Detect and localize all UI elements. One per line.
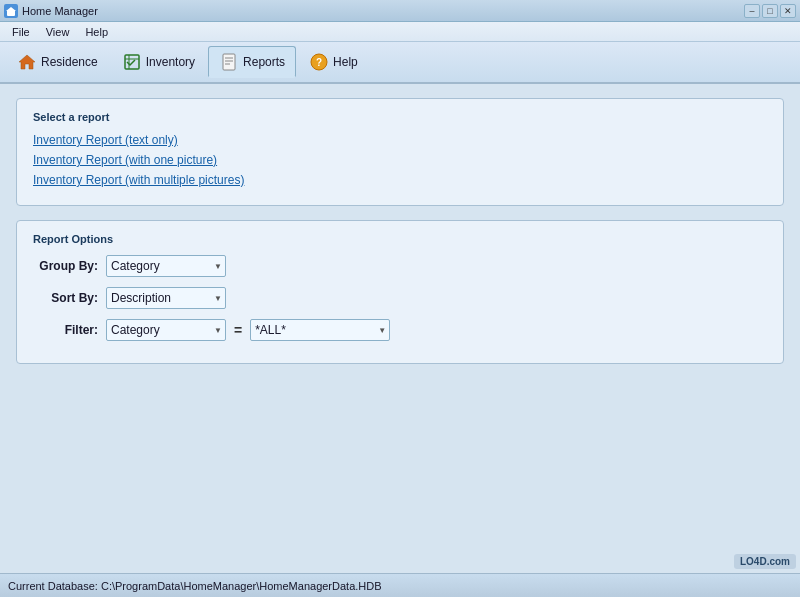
filter-label: Filter: bbox=[33, 323, 98, 337]
title-bar-left: Home Manager bbox=[4, 4, 98, 18]
report-options-title: Report Options bbox=[33, 233, 767, 245]
toolbar-help[interactable]: ? Help bbox=[298, 46, 369, 78]
status-text: Current Database: C:\ProgramData\HomeMan… bbox=[8, 580, 382, 592]
equals-sign: = bbox=[234, 322, 242, 338]
toolbar-reports[interactable]: Reports bbox=[208, 46, 296, 78]
toolbar-residence[interactable]: Residence bbox=[6, 46, 109, 78]
help-icon: ? bbox=[309, 52, 329, 72]
svg-rect-6 bbox=[223, 54, 235, 70]
watermark-text: LO4D.com bbox=[740, 556, 790, 567]
select-report-title: Select a report bbox=[33, 111, 767, 123]
group-by-row: Group By: Category Room Description bbox=[33, 255, 767, 277]
svg-text:?: ? bbox=[316, 57, 322, 68]
menu-bar: File View Help bbox=[0, 22, 800, 42]
minimize-button[interactable]: – bbox=[744, 4, 760, 18]
report-multiple-pictures-link[interactable]: Inventory Report (with multiple pictures… bbox=[33, 173, 767, 187]
filter-category-select[interactable]: Category Room Description bbox=[106, 319, 226, 341]
menu-file[interactable]: File bbox=[4, 24, 38, 40]
close-button[interactable]: ✕ bbox=[780, 4, 796, 18]
sort-by-row: Sort By: Description Category Room Value bbox=[33, 287, 767, 309]
group-by-wrapper: Category Room Description bbox=[106, 255, 226, 277]
report-text-only-link[interactable]: Inventory Report (text only) bbox=[33, 133, 767, 147]
app-icon bbox=[4, 4, 18, 18]
svg-marker-2 bbox=[19, 55, 35, 69]
report-one-picture-link[interactable]: Inventory Report (with one picture) bbox=[33, 153, 767, 167]
toolbar-reports-label: Reports bbox=[243, 55, 285, 69]
inventory-icon bbox=[122, 52, 142, 72]
status-bar: Current Database: C:\ProgramData\HomeMan… bbox=[0, 573, 800, 597]
main-content: Select a report Inventory Report (text o… bbox=[0, 84, 800, 573]
sort-by-wrapper: Description Category Room Value bbox=[106, 287, 226, 309]
group-by-label: Group By: bbox=[33, 259, 98, 273]
toolbar-inventory-label: Inventory bbox=[146, 55, 195, 69]
menu-help[interactable]: Help bbox=[77, 24, 116, 40]
filter-category-wrapper: Category Room Description bbox=[106, 319, 226, 341]
report-options-panel: Report Options Group By: Category Room D… bbox=[16, 220, 784, 364]
sort-by-select[interactable]: Description Category Room Value bbox=[106, 287, 226, 309]
filter-value-select[interactable]: *ALL* Electronics Furniture Appliances bbox=[250, 319, 390, 341]
maximize-button[interactable]: □ bbox=[762, 4, 778, 18]
sort-by-label: Sort By: bbox=[33, 291, 98, 305]
select-report-panel: Select a report Inventory Report (text o… bbox=[16, 98, 784, 206]
reports-icon bbox=[219, 52, 239, 72]
filter-row: Filter: Category Room Description = *ALL… bbox=[33, 319, 767, 341]
window-title: Home Manager bbox=[22, 5, 98, 17]
toolbar-inventory[interactable]: Inventory bbox=[111, 46, 206, 78]
group-by-select[interactable]: Category Room Description bbox=[106, 255, 226, 277]
watermark: LO4D.com bbox=[734, 554, 796, 569]
toolbar-help-label: Help bbox=[333, 55, 358, 69]
window-controls: – □ ✕ bbox=[744, 4, 796, 18]
residence-icon bbox=[17, 52, 37, 72]
filter-value-wrapper: *ALL* Electronics Furniture Appliances bbox=[250, 319, 390, 341]
menu-view[interactable]: View bbox=[38, 24, 78, 40]
title-bar: Home Manager – □ ✕ bbox=[0, 0, 800, 22]
toolbar-residence-label: Residence bbox=[41, 55, 98, 69]
toolbar: Residence Inventory Reports bbox=[0, 42, 800, 84]
svg-marker-1 bbox=[6, 7, 16, 11]
